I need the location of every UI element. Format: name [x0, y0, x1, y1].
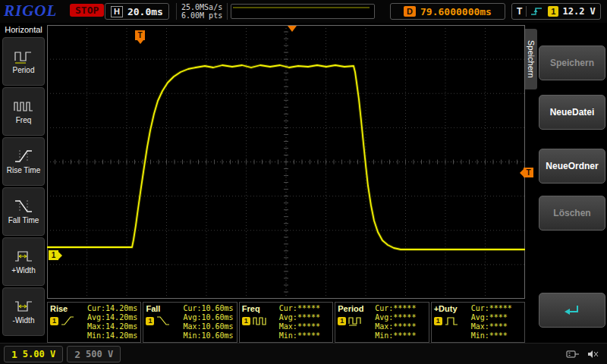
left-menu-item-minus-width[interactable]: -Width [2, 287, 45, 336]
measurement-avg: Avg:***** [279, 313, 330, 322]
horizontal-timebase-group: H 20.0ms [105, 3, 169, 20]
measurement-avg: Avg:10.60ms [183, 313, 234, 322]
softkey-new-folder[interactable]: NeueOrdner [539, 149, 605, 184]
left-menu-label: Freq [16, 117, 32, 124]
h-label: H [111, 6, 123, 17]
left-menu-item-fall-time[interactable]: Fall Time [2, 187, 45, 236]
trigger-slope-icon [530, 6, 544, 17]
delay-value: 79.6000000ms [420, 6, 492, 17]
measurement-panel-period: Period 1 Cur:***** Avg:***** Max:***** M… [335, 302, 429, 343]
measurement-name: Period [338, 304, 373, 313]
measurement-panel-fall: Fall 1 Cur:10.60ms Avg:10.60ms Max:10.60… [143, 302, 237, 343]
measurement-min: Min:14.20ms [87, 331, 138, 340]
measurement-name: Fall [146, 304, 181, 313]
fall-time-icon [14, 199, 33, 214]
measurement-cur: Cur:***** [471, 304, 522, 313]
run-state-badge[interactable]: STOP [70, 4, 104, 17]
channel2-number: 2 [74, 349, 80, 360]
left-measure-menu: Horizontal Period Freq Rise Time [0, 23, 47, 343]
usb-icon [566, 350, 580, 359]
acquisition-info: 25.0MSa/s 6.00M pts [176, 3, 228, 20]
left-menu-label: Period [13, 67, 35, 74]
measurement-max: Max:**** [471, 322, 522, 331]
measurement-name: Rise [50, 304, 85, 313]
trigger-level-value: 12.2 V [562, 6, 595, 17]
left-menu-label: -Width [13, 317, 35, 325]
period-icon [348, 315, 362, 326]
period-icon [14, 49, 33, 64]
channel-badge: 1 [146, 317, 154, 325]
softkey-delete: Löschen [539, 196, 605, 231]
measurement-avg: Avg:14.20ms [87, 313, 138, 322]
channel1-number: 1 [11, 349, 17, 360]
channel1-scale: 5.00 V [23, 349, 55, 359]
softkey-save: Speichern [539, 46, 605, 80]
rigol-logo: RIGOL [4, 2, 57, 20]
left-menu-label: Fall Time [8, 217, 39, 224]
measurement-cur: Cur:***** [279, 304, 330, 313]
plus-width-icon [14, 249, 33, 264]
left-menu-label: +Width [11, 267, 35, 275]
measurement-max: Max:10.60ms [183, 322, 234, 331]
channel-status-bar: 1 5.00 V 2 500 V [0, 343, 607, 364]
measurement-avg: Avg:***** [375, 313, 426, 322]
status-icons [566, 350, 599, 359]
channel1-ground-marker[interactable]: 1 [49, 250, 58, 260]
fall-icon [156, 315, 170, 326]
right-soft-menu: Speichern Speichern NeueDatei NeueOrdner… [525, 23, 607, 343]
freq-icon [253, 315, 266, 326]
preview-waveform-icon [231, 5, 373, 17]
measurement-readout-row: Rise 1 Cur:14.20ms Avg:14.20ms Max:14.20… [47, 302, 525, 343]
softkey-new-file[interactable]: NeueDatei [539, 95, 605, 130]
softkey-back[interactable] [539, 293, 605, 328]
sample-rate: 25.0MSa/s [181, 3, 222, 11]
measurement-cur: Cur:10.60ms [183, 304, 234, 313]
return-arrow-icon [562, 303, 582, 318]
measurement-avg: Avg:**** [471, 313, 522, 322]
duty-icon [445, 315, 458, 326]
channel1-status[interactable]: 1 5.00 V [4, 346, 63, 362]
menu-tab-save: Speichern [525, 29, 537, 89]
d-label: D [404, 6, 416, 17]
left-menu-item-plus-width[interactable]: +Width [2, 237, 45, 286]
measurement-panel-freq: Freq 1 Cur:***** Avg:***** Max:***** Min… [239, 302, 333, 343]
measurement-name: +Duty [434, 304, 469, 313]
measurement-min: Min:**** [471, 331, 522, 340]
t-label: T [517, 6, 527, 17]
measurement-min: Min:***** [375, 331, 426, 340]
measurement-max: Max:14.20ms [87, 322, 138, 331]
trigger-source-badge: 1 [548, 6, 558, 17]
left-menu-item-period[interactable]: Period [2, 37, 45, 86]
left-menu-item-freq[interactable]: Freq [2, 87, 45, 136]
waveform-overview-strip[interactable] [231, 4, 375, 19]
trigger-level-marker[interactable]: T [524, 168, 533, 177]
freq-icon [14, 99, 33, 114]
measurement-min: Min:10.60ms [183, 331, 234, 340]
memory-depth: 6.00M pts [181, 11, 222, 20]
channel2-status[interactable]: 2 500 V [67, 346, 121, 362]
rise-icon [61, 315, 74, 326]
top-status-bar: RIGOL STOP H 20.0ms 25.0MSa/s 6.00M pts … [0, 0, 607, 23]
waveform-display: T T 1 [47, 23, 525, 302]
measurement-cur: Cur:***** [375, 304, 426, 313]
channel-badge: 1 [434, 317, 442, 325]
measurement-min: Min:***** [279, 331, 330, 340]
left-menu-title: Horizontal [0, 23, 47, 36]
channel-badge: 1 [338, 317, 346, 325]
channel-badge: 1 [50, 317, 58, 325]
horizontal-reference-marker[interactable] [288, 26, 297, 32]
left-menu-label: Rise Time [7, 167, 40, 174]
measurement-cur: Cur:14.20ms [87, 304, 138, 313]
measurement-max: Max:***** [375, 322, 426, 331]
rise-time-icon [14, 149, 33, 164]
trigger-position-flag[interactable]: T [135, 30, 145, 40]
measurement-panel-duty: +Duty 1 Cur:***** Avg:**** Max:**** Min:… [431, 302, 525, 343]
measurement-name: Freq [242, 304, 277, 313]
delay-group: D 79.6000000ms [390, 3, 505, 20]
oscilloscope-screen: RIGOL STOP H 20.0ms 25.0MSa/s 6.00M pts … [0, 0, 607, 364]
trigger-group: T 1 12.2 V [511, 3, 601, 20]
measurement-panel-rise: Rise 1 Cur:14.20ms Avg:14.20ms Max:14.20… [47, 302, 141, 343]
left-menu-item-rise-time[interactable]: Rise Time [2, 137, 45, 186]
timebase-value: 20.0ms [127, 6, 163, 17]
channel-badge: 1 [242, 317, 250, 325]
